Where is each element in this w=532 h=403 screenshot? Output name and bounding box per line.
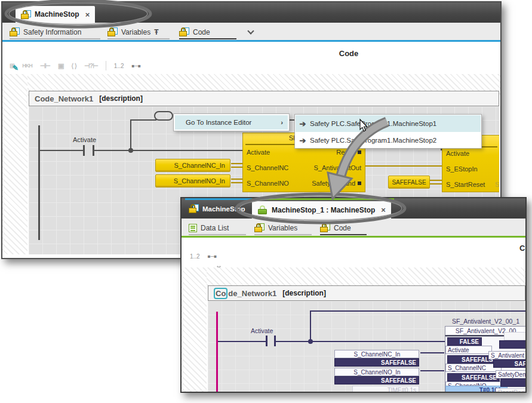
range-slider-icon[interactable]: ■─■ <box>208 254 217 259</box>
input-variable[interactable]: S_ChannelNO_In <box>155 174 230 187</box>
block-output-pin[interactable]: SafetyDemand <box>312 180 361 187</box>
contact-gap <box>266 336 275 347</box>
output-value-clipped: SAFEFA <box>493 359 525 368</box>
block-input-pin[interactable]: Activate <box>446 150 469 157</box>
output-value-clipped: FA <box>500 379 525 387</box>
canvas-margin-hatch <box>182 267 207 393</box>
wire <box>39 150 244 151</box>
insert-contact-network-icon[interactable]: HKH <box>22 63 32 69</box>
contact-bar[interactable] <box>266 336 267 346</box>
network-name: Code_Network1 <box>35 94 93 103</box>
window1-subnav: Safety Information Variables Ŧ Code <box>2 23 500 42</box>
subtab-label: Variables <box>268 224 297 232</box>
block-output-pin[interactable]: S_AntivalentOut <box>314 164 362 171</box>
block-instance-name: SF_Antivalent_V2_00_1 <box>445 318 525 325</box>
insert-block-icon[interactable]: ▣ <box>58 62 63 70</box>
submenu-item-label: Safety PLC.SafeProgram1.MachineStop1 <box>310 120 436 127</box>
power-rail <box>38 125 40 240</box>
subtab-code[interactable]: Code <box>320 222 367 235</box>
contact-bar[interactable] <box>83 145 85 156</box>
output-pin-label-clipped[interactable]: SafetyDem <box>496 370 525 379</box>
contact-gap <box>84 144 93 156</box>
input-variable[interactable]: S_ChannelNC_In <box>334 350 419 358</box>
go-to-arrow-icon: ➔ <box>296 119 310 128</box>
tab-close-icon[interactable]: × <box>85 10 90 19</box>
chevron-down-icon[interactable] <box>247 27 254 34</box>
tab-machinestop-inactive[interactable]: MachineStop <box>189 204 245 213</box>
contact-label[interactable]: Activate <box>73 136 96 143</box>
wire <box>130 119 131 150</box>
insert-contact-icon[interactable]: ⊣⊢ <box>40 62 50 70</box>
wire-stub <box>420 352 444 357</box>
wire-stub <box>430 180 442 184</box>
contact-bar[interactable] <box>274 336 276 346</box>
tab-machinestop-1-active[interactable]: MachineStop_1 : MachineStop × <box>252 201 391 219</box>
screenshot-stage: MachineStop × Safety Information Variabl… <box>0 0 532 403</box>
network-range-label: 1..2 <box>190 253 200 260</box>
tab-close-icon[interactable]: × <box>381 205 386 214</box>
network-header[interactable]: Code_Network1 [description] <box>208 285 525 301</box>
network-header[interactable]: Code_Network1 [description] <box>29 91 499 106</box>
subtab-safety-information[interactable]: Safety Information <box>10 26 100 39</box>
add-network-icon[interactable]: ⊞✎ <box>10 62 14 70</box>
block-input-pin[interactable]: S_StartReset <box>446 181 485 188</box>
range-slider-icon[interactable]: ■─■ <box>132 63 141 69</box>
pin-marker-square <box>358 181 361 185</box>
submenu-item-machinestop2[interactable]: ➔ Safety PLC.SafeProgram1.MachineStop2 <box>296 132 481 149</box>
green-lock-icon <box>257 205 268 214</box>
input-value: SAFEFALSE <box>334 376 419 384</box>
canvas-margin-hatch <box>182 267 525 288</box>
subtab-code[interactable]: Code <box>179 26 236 39</box>
tab-accent-green <box>252 198 394 200</box>
network-name: Code_Network1 <box>214 289 276 298</box>
wire <box>310 310 525 312</box>
contact-bar[interactable] <box>93 145 94 156</box>
tab-label: MachineStop <box>202 205 245 213</box>
subtab-data-list[interactable]: Data List <box>189 222 246 235</box>
menu-item-label: Go To Instance Editor <box>186 119 251 126</box>
submenu-item-machinestop1[interactable]: ➔ Safety PLC.SafeProgram1.MachineStop1 <box>296 115 481 132</box>
network-description: [description] <box>282 289 326 297</box>
wire-stub <box>231 163 243 168</box>
pin-label[interactable]: Activate <box>445 346 492 354</box>
lock-document-icon <box>320 223 330 232</box>
output-pin-label-clipped: ResetRequ <box>496 388 525 393</box>
insert-compare-icon[interactable]: ⊣?⊢ <box>84 62 98 70</box>
wire-stub <box>231 179 243 183</box>
pin-icon[interactable]: Ŧ <box>154 28 158 36</box>
input-variable[interactable]: S_ChannelNO_In <box>334 368 419 376</box>
block-input-pin[interactable]: S_EStopIn <box>446 165 478 173</box>
input-variable[interactable]: S_ChannelNC_In <box>155 159 230 172</box>
pin-value: SAFEFALSE <box>447 373 500 382</box>
fbd-canvas-online[interactable]: Activate SF_Antivalent_V2_00_1 SF_Antiva… <box>208 301 525 393</box>
lock-document-icon <box>179 27 189 36</box>
tab-machinestop-label: MachineStop <box>35 10 79 19</box>
constant-safefalse[interactable]: SAFEFALSE <box>388 176 430 189</box>
pin-marker-square <box>358 150 361 154</box>
canvas-margin-hatch <box>2 74 27 254</box>
time-constant[interactable]: TIME#0.1s <box>352 386 419 393</box>
subtab-label: Code <box>193 28 210 36</box>
block-input-pin[interactable]: S_ChannelNC <box>247 164 288 171</box>
block-input-pin[interactable]: Activate <box>247 149 270 156</box>
toolbar-separator <box>106 61 106 70</box>
subtab-variables[interactable]: Variables Ŧ <box>107 26 170 39</box>
window2-toolbar: 1..2 ■─■ <box>190 253 217 260</box>
page-title: Code <box>301 49 396 58</box>
output-value-clipped: FA <box>499 340 525 349</box>
block-output-pin[interactable]: Ready <box>336 149 361 156</box>
tab-machinestop[interactable]: MachineStop × <box>16 6 95 23</box>
insert-coil-icon[interactable]: ⟨ ⟩ <box>71 62 76 70</box>
power-rail-online <box>216 312 218 393</box>
wire <box>364 165 443 167</box>
output-pin-label-clipped: Re <box>504 332 525 340</box>
contact-label[interactable]: Activate <box>251 327 273 334</box>
block-input-pin[interactable]: S_ChannelNO <box>247 180 289 187</box>
menu-item-go-to-instance-editor[interactable]: Go To Instance Editor › <box>175 115 288 130</box>
lock-document-icon <box>254 223 265 232</box>
wire <box>218 341 445 342</box>
subtab-label: Variables <box>121 28 150 36</box>
subtab-variables[interactable]: Variables <box>254 222 312 235</box>
output-pin-label-clipped[interactable]: S_Antivalent <box>488 351 525 359</box>
context-menu: Go To Instance Editor › <box>173 113 290 131</box>
